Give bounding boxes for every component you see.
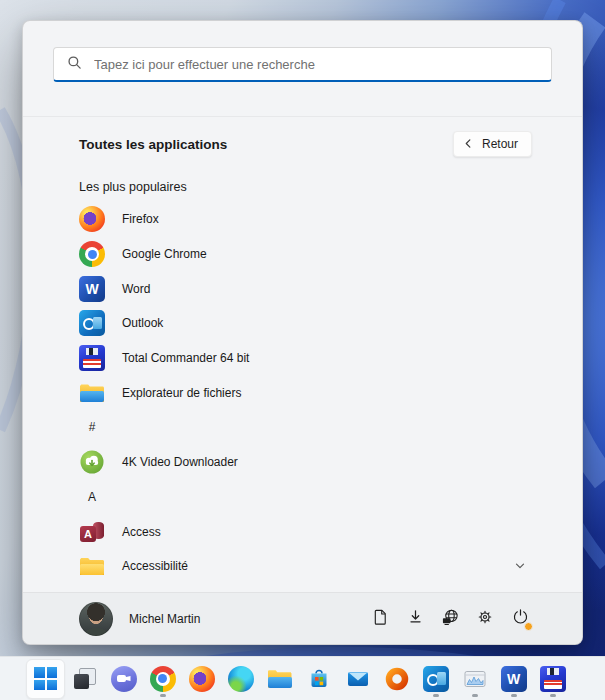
app-label: Explorateur de fichiers	[122, 386, 241, 400]
taskview-icon	[72, 666, 98, 692]
app-row-google-chrome[interactable]: Google Chrome	[23, 237, 582, 272]
app-rows: FirefoxGoogle ChromeWordOutlookTotal Com…	[23, 202, 582, 618]
app-row-outlook[interactable]: Outlook	[23, 306, 582, 341]
taskbar-explorer-button[interactable]	[260, 659, 299, 699]
app-row-access[interactable]: Access	[23, 514, 582, 549]
4kvd-icon	[79, 449, 105, 475]
documents-icon	[372, 608, 389, 630]
taskbar-edge-button[interactable]	[221, 659, 260, 699]
taskbar-firefox-button[interactable]	[182, 659, 221, 699]
app-label: Word	[122, 282, 150, 296]
all-apps-header: Toutes les applications Retour	[23, 117, 582, 161]
section-letter-label: A	[79, 490, 105, 504]
chevron-down-icon	[514, 560, 526, 572]
user-bar: Michel Martin	[23, 592, 582, 644]
folder-icon	[79, 553, 105, 579]
app-label: Accessibilité	[122, 559, 188, 573]
word-icon	[501, 666, 527, 692]
access-icon	[79, 519, 105, 545]
taskmanager-icon	[462, 666, 488, 692]
firefox-icon	[189, 666, 215, 692]
user-name: Michel Martin	[129, 612, 200, 626]
network-icon	[441, 608, 460, 630]
downloads-button[interactable]	[401, 605, 429, 633]
taskbar-outlook-button[interactable]	[416, 659, 455, 699]
totalcmd-icon	[540, 666, 566, 692]
user-profile-button[interactable]: Michel Martin	[79, 602, 200, 636]
mail-icon	[345, 666, 371, 692]
app-label: Outlook	[122, 316, 163, 330]
outlook-icon	[423, 666, 449, 692]
start-icon	[34, 667, 57, 690]
chrome-icon	[150, 666, 176, 692]
avatar	[79, 602, 113, 636]
footer-shortcuts	[366, 605, 534, 633]
taskbar-mail-button[interactable]	[338, 659, 377, 699]
app-row-total-commander-64-bit[interactable]: Total Commander 64 bit	[23, 341, 582, 376]
word-icon	[79, 276, 105, 302]
back-button[interactable]: Retour	[453, 131, 532, 157]
taskbar-totalcmd-button[interactable]	[533, 659, 572, 699]
section-letter-A: A	[23, 480, 582, 515]
desktop: Toutes les applications Retour Les plus …	[0, 0, 605, 700]
app-label: Google Chrome	[122, 247, 207, 261]
store-icon	[306, 666, 332, 692]
app-label: Firefox	[122, 212, 159, 226]
taskbar	[0, 656, 605, 700]
start-menu: Toutes les applications Retour Les plus …	[22, 20, 583, 645]
settings-button[interactable]	[471, 605, 499, 633]
settings-icon	[476, 608, 494, 630]
app-row-accessibilit-[interactable]: Accessibilité	[23, 549, 582, 584]
totalcmd-icon	[79, 345, 105, 371]
app-label: 4K Video Downloader	[122, 455, 238, 469]
edge-icon	[228, 666, 254, 692]
chrome-icon	[79, 241, 105, 267]
taskbar-word-button[interactable]	[494, 659, 533, 699]
search-input[interactable]	[94, 57, 551, 72]
downloads-icon	[407, 608, 424, 629]
outlook-icon	[79, 310, 105, 336]
app-row-explorateur-de-fichiers[interactable]: Explorateur de fichiers	[23, 375, 582, 410]
all-apps-title: Toutes les applications	[79, 137, 227, 152]
app-label: Total Commander 64 bit	[122, 351, 249, 365]
taskbar-start-button[interactable]	[26, 659, 65, 699]
explorer-icon	[267, 666, 293, 692]
taskbar-taskview-button[interactable]	[65, 659, 104, 699]
office-icon	[384, 666, 410, 692]
app-label: Access	[122, 525, 161, 539]
most-popular-heading: Les plus populaires	[23, 172, 582, 202]
power-update-badge	[524, 622, 533, 631]
taskbar-taskmanager-button[interactable]	[455, 659, 494, 699]
search-area	[23, 47, 582, 117]
taskbar-chrome-button[interactable]	[143, 659, 182, 699]
app-list: Les plus populaires FirefoxGoogle Chrome…	[23, 172, 582, 618]
app-row-firefox[interactable]: Firefox	[23, 202, 582, 237]
explorer-icon	[79, 380, 105, 406]
back-button-label: Retour	[482, 137, 518, 151]
documents-button[interactable]	[366, 605, 394, 633]
section-letter-label: #	[79, 420, 105, 434]
taskbar-office-button[interactable]	[377, 659, 416, 699]
network-button[interactable]	[436, 605, 464, 633]
app-row-word[interactable]: Word	[23, 271, 582, 306]
power-button[interactable]	[506, 605, 534, 633]
chat-icon	[111, 666, 137, 692]
app-row-4k-video-downloader[interactable]: 4K Video Downloader	[23, 445, 582, 480]
search-box[interactable]	[53, 47, 552, 82]
chevron-left-icon	[464, 137, 473, 151]
taskbar-store-button[interactable]	[299, 659, 338, 699]
firefox-icon	[79, 206, 105, 232]
search-icon	[67, 55, 82, 74]
section-letter-#: #	[23, 410, 582, 445]
taskbar-chat-button[interactable]	[104, 659, 143, 699]
